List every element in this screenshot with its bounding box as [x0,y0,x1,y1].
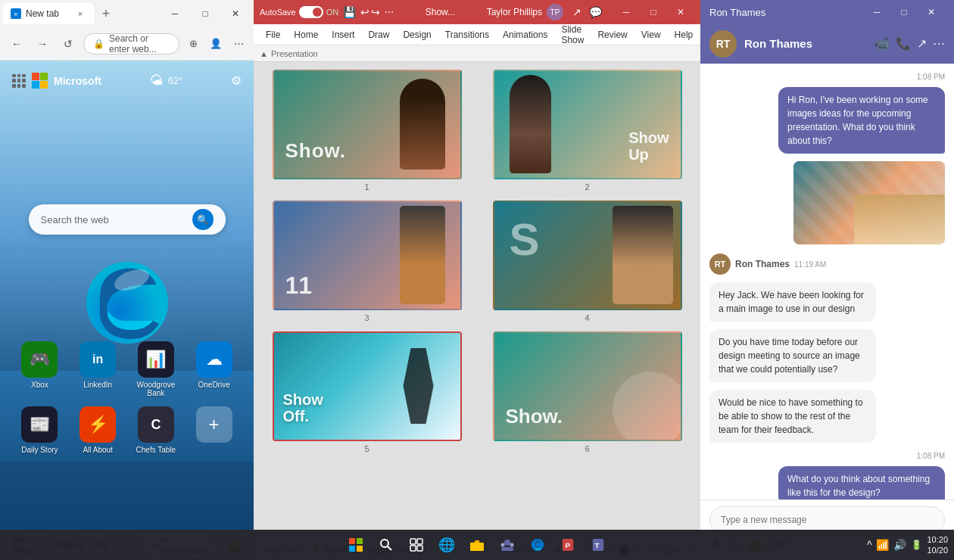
teams-maximize-button[interactable]: □ [890,0,918,24]
ms-logo-blue [32,81,39,89]
menu-home[interactable]: Home [288,27,324,42]
weather-temp: 62° [168,75,183,86]
save-icon[interactable]: 💾 [343,6,356,18]
taskbar-clock[interactable]: 10:20 10/20 [927,534,948,556]
app-icon-dailystory[interactable]: 📰 Daily Story [15,406,64,454]
address-bar-input[interactable]: 🔒 Search or enter web... [83,33,179,54]
slide-item-2[interactable]: ShowUp 2 [482,70,693,191]
slide-1-text: Show. [285,139,347,163]
more-options-icon[interactable]: ⋯ [933,36,945,51]
msg-bubble-2a: Hey Jack. We have been looking for a mai… [709,282,876,322]
slide-num-2: 2 [585,182,589,191]
app-icon-chefstable[interactable]: C Chefs Table [132,406,181,454]
edge-maximize-button[interactable]: □ [190,0,220,27]
search-button[interactable]: 🔍 [192,209,214,230]
grid-dot [12,84,16,88]
svg-rect-14 [501,547,513,551]
taskbar-teams-button[interactable] [494,531,521,558]
app-icon-linkedin[interactable]: in LinkedIn [73,341,123,397]
edge-tab-new-tab[interactable]: e New tab × [3,3,94,24]
taskbar-edge2-button[interactable] [524,531,551,558]
app-icon-xbox[interactable]: 🎮 Xbox [15,341,64,397]
app-icon-onedrive[interactable]: ☁ OneDrive [189,341,238,397]
taskbar-start-button[interactable] [342,531,369,558]
menu-animations[interactable]: Animations [497,27,553,42]
slide-2-text: ShowUp [628,129,669,163]
audio-call-icon[interactable]: 📞 [896,36,911,51]
more-options-button[interactable]: ⋯ [385,7,394,17]
edge-minimize-button[interactable]: ─ [160,0,190,27]
msg-time-2: 11:19 AM [794,260,826,269]
menu-transitions[interactable]: Transitions [439,27,495,42]
forward-button[interactable]: → [32,33,53,54]
ppt-close-button[interactable]: ✕ [667,0,694,24]
taskbar-taskview-button[interactable] [403,531,430,558]
slide-item-5[interactable]: ShowOff. 5 [261,331,472,453]
menu-draw[interactable]: Draw [362,27,395,42]
slide-3-text: 11 [285,273,313,297]
teams-close-button[interactable]: ✕ [918,0,945,24]
menu-help[interactable]: Help [669,27,700,42]
taskbar-edge-button[interactable]: 🌐 [433,531,460,558]
dailystory-label: Daily Story [21,446,58,454]
linkedin-label: LinkedIn [83,381,112,389]
share-screen-icon[interactable]: ↗ [917,36,927,51]
taskbar-explorer-button[interactable] [463,531,491,558]
woodgrove-label: Woodgrove Bank [132,381,181,397]
slide-item-1[interactable]: Show. 1 [261,70,472,191]
tab-close-button[interactable]: × [74,8,86,20]
app-icon-woodgrove[interactable]: 📊 Woodgrove Bank [132,341,181,397]
svg-rect-5 [357,546,363,552]
menu-review[interactable]: Review [591,27,633,42]
grid-dot [12,74,16,78]
teams-minimize-button[interactable]: ─ [863,0,890,24]
ppt-share-icon[interactable]: ↗ [572,6,581,18]
ppt-maximize-button[interactable]: □ [640,0,667,24]
menu-view[interactable]: View [635,27,667,42]
browser-search-bar[interactable]: Search the web 🔍 [29,204,226,235]
teams-contact-name: Ron Thames [744,37,867,50]
ppt-title: Show... [398,7,482,17]
message-group-1: 1:08 PM Hi Ron, I've been working on som… [709,73,945,244]
network-icon[interactable]: 📶 [876,539,889,551]
slide-item-4[interactable]: S 4 [482,201,693,322]
app-icon-add[interactable]: + [189,406,238,454]
taskbar-teams2-button[interactable]: T [585,531,612,558]
autosave-toggle[interactable] [299,6,323,18]
allabout-icon-box: ⚡ [80,406,116,443]
edge-extensions-icon[interactable]: ⊕ [184,35,202,53]
edge-menu-icon[interactable]: ⋯ [229,35,248,53]
menu-slideshow[interactable]: Slide Show [555,22,590,48]
menu-file[interactable]: File [260,27,286,42]
refresh-button[interactable]: ↺ [58,33,79,54]
slide-thumb-5: ShowOff. [273,331,462,441]
new-tab-button[interactable]: + [95,3,117,24]
slide-item-3[interactable]: 11 3 [261,201,472,322]
edge-close-button[interactable]: ✕ [220,0,251,27]
clock-date: 10/20 [927,545,948,555]
add-icon-box: + [196,406,232,443]
ppt-user-name: Taylor Phillips [487,7,542,17]
edge-profile-icon[interactable]: 👤 [207,35,225,53]
ppt-minimize-button[interactable]: ─ [613,0,640,24]
ppt-title-text: Show... [426,7,455,17]
grid-dot [22,84,26,88]
slide-1-content: Show. [274,71,460,178]
browser-settings-icon[interactable]: ⚙ [231,73,242,88]
ppt-comments-icon[interactable]: 💬 [589,6,602,18]
back-button[interactable]: ← [6,33,27,54]
slide-item-6[interactable]: Show. 6 [482,331,693,453]
video-call-icon[interactable]: 📹 [874,36,890,51]
redo-button[interactable]: ↪ [371,6,380,18]
taskbar-powerpoint-button[interactable]: P [554,531,581,558]
svg-point-15 [501,543,505,547]
slide-4-content: S [494,202,681,309]
undo-button[interactable]: ↩ [360,6,369,18]
menu-design[interactable]: Design [397,27,437,42]
volume-icon[interactable]: 🔊 [893,539,906,551]
app-icon-allabout[interactable]: ⚡ All About [73,406,123,454]
taskbar-search-button[interactable] [373,531,400,558]
show-hidden-icons-button[interactable]: ^ [867,539,872,551]
slide-thumb-6: Show. [493,331,682,441]
menu-insert[interactable]: Insert [326,27,360,42]
